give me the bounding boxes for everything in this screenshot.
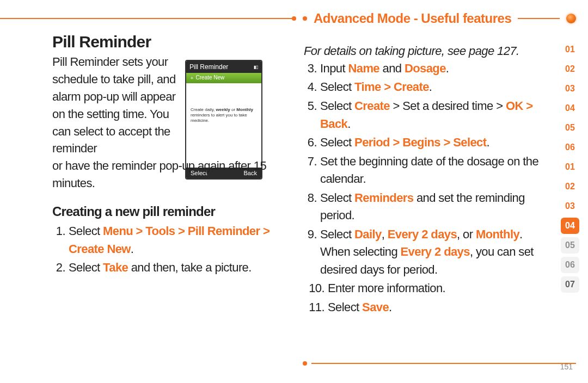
step-7: 7.Set the beginning date of the dosage o… [304,153,554,188]
tab-05a[interactable]: 05 [561,120,579,136]
section-header-text: Advanced Mode - Useful features [314,11,511,26]
tab-02b[interactable]: 02 [561,178,579,195]
tab-06b[interactable]: 06 [561,257,579,273]
tab-04a[interactable]: 04 [561,100,579,116]
page-number: 151 [560,362,573,371]
footer-dot [303,361,307,366]
step-6: 6. Select Period > Begins > Select. [304,134,554,152]
tab-03b[interactable]: 03 [561,198,579,214]
footer-line [311,363,576,364]
step-2: 2. Select Take and then, take a picture. [52,259,292,277]
step-11: 11. Select Save. [304,299,554,317]
step-number: 2. [52,259,65,277]
picture-note: For details on taking picture, see page … [304,42,554,60]
step-1: 1. Select Menu > Tools > Pill Reminder >… [52,223,292,258]
steps-right: 3. Input Name and Dosage. 4. Select Time… [304,60,554,317]
step-8: 8. Select Reminders and set the remindin… [304,189,554,225]
footer-rule [303,361,576,366]
intro-paragraph-narrow: Pill Reminder sets your schedule to take… [52,53,183,157]
tab-02a[interactable]: 02 [561,61,579,77]
chapter-tabs: 01 02 03 04 05 06 01 02 03 04 05 06 07 [561,41,579,293]
right-column: For details on taking picture, see page … [304,42,554,318]
tab-03a[interactable]: 03 [561,81,579,97]
section-header: Advanced Mode - Useful features [303,11,576,26]
header-rule [518,18,560,19]
step-4: 4. Select Time > Create. [304,78,554,96]
tab-04b-active[interactable]: 04 [561,218,579,234]
creating-subhead: Creating a new pill reminder [52,204,292,219]
page-title: Pill Reminder [52,33,292,51]
tab-06a[interactable]: 06 [561,139,579,156]
step-9: 9. Select Daily, Every 2 days, or Monthl… [304,226,554,279]
steps-left: 1. Select Menu > Tools > Pill Reminder >… [52,223,292,277]
step-5: 5. Select Create > Set a desired time > … [304,97,554,133]
step-10: 10.Enter more information. [304,280,554,298]
header-dot-right [566,14,576,23]
tab-07[interactable]: 07 [561,276,579,293]
tab-05b[interactable]: 05 [561,237,579,254]
step-3: 3. Input Name and Dosage. [304,60,554,78]
header-dot-left [303,16,307,21]
step-number: 1. [52,223,65,258]
tab-01a[interactable]: 01 [561,41,579,58]
intro-paragraph-wide: or have the reminder pop-up again after … [52,157,292,192]
left-column: Pill Reminder Pill Reminder sets your sc… [52,33,292,278]
top-rule-left [0,18,292,19]
tab-01b[interactable]: 01 [561,159,579,175]
